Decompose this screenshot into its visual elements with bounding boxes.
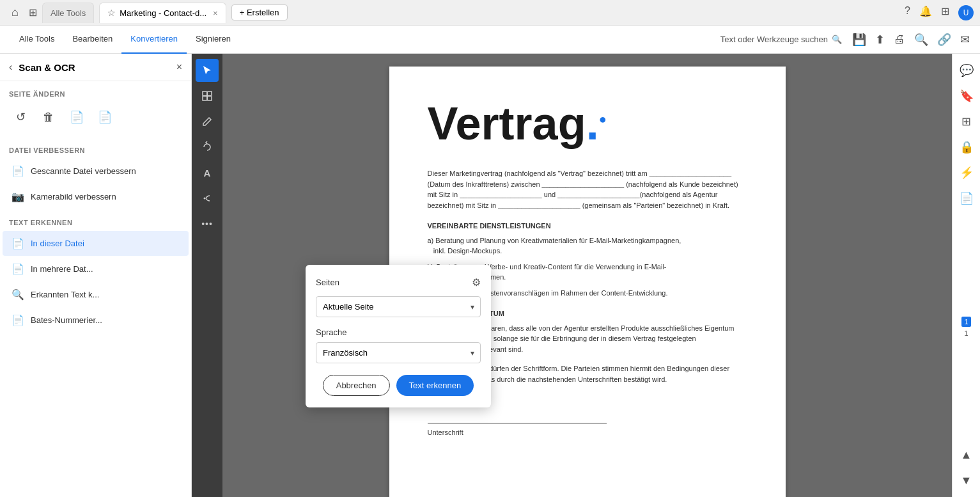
extract-page-icon[interactable]: 📄 <box>65 106 88 129</box>
bates-icon: 📄 <box>12 314 24 326</box>
tool-select[interactable] <box>196 59 219 82</box>
bates-item[interactable]: 📄 Bates-Nummerier... <box>3 308 189 333</box>
doc-intro: Dieser Marketingvertrag (nachfolgend als… <box>428 168 747 210</box>
panel-header: ‹ Scan & OCR × <box>0 54 191 81</box>
scroll-down-icon[interactable]: ▼ <box>955 469 978 492</box>
toolbar-icons: 💾 ⬆ 🖨 🔍 🔗 ✉ <box>852 33 970 47</box>
gescannte-datei-item[interactable]: 📄 Gescannte Datei verbessern <box>3 159 189 184</box>
nav-signieren[interactable]: Signieren <box>187 26 240 54</box>
svg-rect-1 <box>206 92 208 100</box>
popup-pages-select-wrapper: Aktuelle Seite Alle Seiten Seitenbereich… <box>316 296 481 317</box>
cancel-button[interactable]: Abbrechen <box>323 375 390 396</box>
doc-title-text: Vertrag <box>428 98 586 149</box>
nav-konvertieren-label: Konvertieren <box>130 34 178 43</box>
confirm-button[interactable]: Text erkennen <box>396 375 474 396</box>
lock-icon[interactable]: 🔒 <box>955 136 978 159</box>
in-dieser-datei-icon: 📄 <box>12 237 24 249</box>
tab-star-icon: ☆ <box>107 8 116 18</box>
section-seite-label: SEITE ÄNDERN <box>0 81 191 102</box>
tab-all-tools[interactable]: Alle Tools <box>42 3 94 23</box>
toolbar-search: Text oder Werkzeuge suchen 🔍 <box>720 35 842 44</box>
kamerabild-label: Kamerabild verbessern <box>31 192 116 201</box>
doc-section1-item1: a) Beratung und Planung von Kreativmater… <box>428 235 747 256</box>
popup-lang-wrapper: Französisch Deutsch Englisch Spanisch It… <box>316 342 481 363</box>
replace-page-icon[interactable]: 📄 <box>93 106 116 129</box>
tool-edit[interactable] <box>196 110 219 133</box>
bookmark-icon[interactable]: 🔖 <box>955 84 978 107</box>
rotate-page-icon[interactable]: ↺ <box>9 106 32 129</box>
back-button[interactable]: ‹ <box>9 61 12 73</box>
popup-pages-select[interactable]: Aktuelle Seite Alle Seiten Seitenbereich <box>316 296 481 317</box>
tools-toolbar: A ••• <box>192 54 222 497</box>
doc-title-dot: . <box>586 98 599 149</box>
apps-icon[interactable]: ⊞ <box>941 5 949 20</box>
kamerabild-icon: 📷 <box>12 191 24 203</box>
tool-insert[interactable] <box>196 84 219 107</box>
create-button-label: + Erstellen <box>240 8 279 17</box>
home-icon[interactable]: ⌂ <box>6 6 24 19</box>
popup-gear-icon[interactable]: ⚙ <box>472 276 481 288</box>
browser-bar: ⌂ ⊞ Alle Tools ☆ Marketing - Contact-d..… <box>0 0 980 26</box>
page-indicator: 1 1 <box>956 312 976 342</box>
left-panel: ‹ Scan & OCR × SEITE ÄNDERN ↺ 🗑 📄 📄 DATE… <box>0 54 192 497</box>
popup-lang-section: Sprache Französisch Deutsch Englisch Spa… <box>316 327 481 363</box>
panel-title: Scan & OCR <box>19 62 169 73</box>
seite-icons-row: ↺ 🗑 📄 📄 <box>0 102 191 138</box>
link-icon[interactable]: 🔗 <box>937 33 951 47</box>
popup-lang-select[interactable]: Französisch Deutsch Englisch Spanisch It… <box>316 342 481 363</box>
tool-rotate[interactable] <box>196 136 219 159</box>
tool-action[interactable] <box>196 187 219 210</box>
comment-icon[interactable]: 💬 <box>955 59 978 82</box>
tab-active-label: Marketing - Contact-d... <box>120 8 206 18</box>
in-dieser-datei-label: In dieser Datei <box>31 239 84 248</box>
erkannten-text-label: Erkannten Text k... <box>31 290 99 299</box>
tab-active[interactable]: ☆ Marketing - Contact-d... × <box>99 3 226 23</box>
tab-alll-tools-label: Alle Tools <box>51 8 86 18</box>
kamerabild-item[interactable]: 📷 Kamerabild verbessern <box>3 184 189 209</box>
delete-page-icon[interactable]: 🗑 <box>37 106 60 129</box>
in-mehrere-datei-icon: 📄 <box>12 263 24 275</box>
grid-icon[interactable]: ⊞ <box>29 6 37 19</box>
nav-alle-tools[interactable]: Alle Tools <box>10 26 63 54</box>
in-mehrere-datei-item[interactable]: 📄 In mehrere Dat... <box>3 256 189 281</box>
email-icon[interactable]: ✉ <box>960 33 970 47</box>
tab-close-icon[interactable]: × <box>213 8 218 18</box>
popup-pages-label: Seiten <box>316 278 339 287</box>
popup-lang-label: Sprache <box>316 327 481 337</box>
main-layout: ‹ Scan & OCR × SEITE ÄNDERN ↺ 🗑 📄 📄 DATE… <box>0 54 980 497</box>
erkannten-text-icon: 🔍 <box>12 288 24 301</box>
file-icon[interactable]: 📄 <box>955 187 978 210</box>
upload-icon[interactable]: ⬆ <box>875 33 885 47</box>
gescannte-datei-icon: 📄 <box>12 165 24 177</box>
search-icon[interactable]: 🔍 <box>832 35 842 44</box>
doc-title: Vertrag.● <box>428 99 747 149</box>
app-toolbar: Alle Tools Bearbeiten Konvertieren Signi… <box>0 26 980 54</box>
popup-dialog: Seiten ⚙ Aktuelle Seite Alle Seiten Seit… <box>306 265 491 407</box>
svg-point-3 <box>204 198 206 200</box>
popup-pages-row: Seiten ⚙ <box>316 276 481 288</box>
avatar[interactable]: U <box>958 5 974 20</box>
notification-icon[interactable]: 🔔 <box>919 5 932 20</box>
create-button[interactable]: + Erstellen <box>231 4 288 20</box>
nav-signieren-label: Signieren <box>196 34 231 43</box>
print-icon[interactable]: 🖨 <box>894 33 905 47</box>
grid-view-icon[interactable]: ⊞ <box>955 110 978 133</box>
help-icon[interactable]: ? <box>905 5 910 20</box>
tool-text[interactable]: A <box>196 161 219 184</box>
scroll-up-icon[interactable]: ▲ <box>955 443 978 466</box>
nav-konvertieren[interactable]: Konvertieren <box>121 26 187 54</box>
in-mehrere-datei-label: In mehrere Dat... <box>31 264 93 274</box>
save-icon[interactable]: 💾 <box>852 33 866 47</box>
tool-more[interactable]: ••• <box>196 212 219 235</box>
in-dieser-datei-item[interactable]: 📄 In dieser Datei <box>3 231 189 256</box>
section-datei-label: DATEI VERBESSERN <box>0 138 191 158</box>
browser-icons: ? 🔔 ⊞ U <box>905 5 974 20</box>
right-sidebar: 💬 🔖 ⊞ 🔒 ⚡ 📄 1 1 ▲ ▼ <box>952 54 980 497</box>
nav-bearbeiten-label: Bearbeiten <box>72 34 113 43</box>
action-icon[interactable]: ⚡ <box>955 161 978 184</box>
nav-bearbeiten[interactable]: Bearbeiten <box>63 26 121 54</box>
zoom-icon[interactable]: 🔍 <box>914 33 928 47</box>
close-panel-button[interactable]: × <box>176 61 182 73</box>
doc-section1-title: VEREINBARTE DIENSTLEISTUNGEN <box>428 221 747 232</box>
erkannten-text-item[interactable]: 🔍 Erkannten Text k... <box>3 282 189 307</box>
